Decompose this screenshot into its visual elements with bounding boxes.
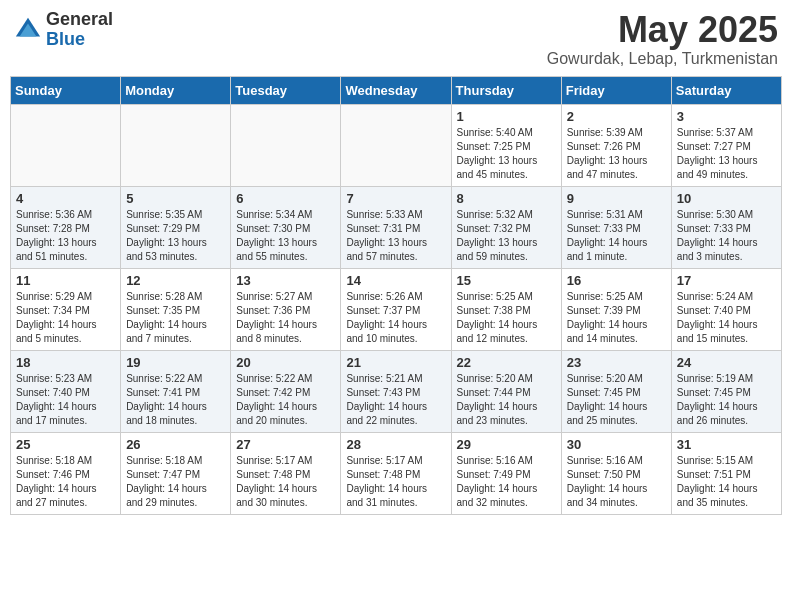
- cell-content: Sunrise: 5:30 AM Sunset: 7:33 PM Dayligh…: [677, 208, 777, 264]
- day-number: 26: [126, 437, 226, 452]
- calendar-cell: 17Sunrise: 5:24 AM Sunset: 7:40 PM Dayli…: [671, 268, 781, 350]
- cell-content: Sunrise: 5:18 AM Sunset: 7:47 PM Dayligh…: [126, 454, 226, 510]
- calendar-cell: 27Sunrise: 5:17 AM Sunset: 7:48 PM Dayli…: [231, 432, 341, 514]
- day-number: 1: [457, 109, 557, 124]
- day-of-week-header: Monday: [121, 76, 231, 104]
- day-number: 20: [236, 355, 336, 370]
- cell-content: Sunrise: 5:18 AM Sunset: 7:46 PM Dayligh…: [16, 454, 116, 510]
- cell-content: Sunrise: 5:15 AM Sunset: 7:51 PM Dayligh…: [677, 454, 777, 510]
- cell-content: Sunrise: 5:36 AM Sunset: 7:28 PM Dayligh…: [16, 208, 116, 264]
- cell-content: Sunrise: 5:16 AM Sunset: 7:49 PM Dayligh…: [457, 454, 557, 510]
- cell-content: Sunrise: 5:25 AM Sunset: 7:38 PM Dayligh…: [457, 290, 557, 346]
- day-number: 11: [16, 273, 116, 288]
- calendar-cell: 30Sunrise: 5:16 AM Sunset: 7:50 PM Dayli…: [561, 432, 671, 514]
- day-of-week-header: Thursday: [451, 76, 561, 104]
- cell-content: Sunrise: 5:19 AM Sunset: 7:45 PM Dayligh…: [677, 372, 777, 428]
- day-number: 12: [126, 273, 226, 288]
- day-number: 16: [567, 273, 667, 288]
- cell-content: Sunrise: 5:27 AM Sunset: 7:36 PM Dayligh…: [236, 290, 336, 346]
- day-number: 3: [677, 109, 777, 124]
- day-number: 5: [126, 191, 226, 206]
- day-of-week-header: Wednesday: [341, 76, 451, 104]
- day-number: 19: [126, 355, 226, 370]
- day-number: 21: [346, 355, 446, 370]
- calendar-cell: 1Sunrise: 5:40 AM Sunset: 7:25 PM Daylig…: [451, 104, 561, 186]
- logo-text: General Blue: [46, 10, 113, 50]
- cell-content: Sunrise: 5:17 AM Sunset: 7:48 PM Dayligh…: [236, 454, 336, 510]
- calendar-cell: 14Sunrise: 5:26 AM Sunset: 7:37 PM Dayli…: [341, 268, 451, 350]
- day-number: 10: [677, 191, 777, 206]
- day-number: 13: [236, 273, 336, 288]
- cell-content: Sunrise: 5:22 AM Sunset: 7:41 PM Dayligh…: [126, 372, 226, 428]
- calendar-cell: 29Sunrise: 5:16 AM Sunset: 7:49 PM Dayli…: [451, 432, 561, 514]
- calendar-cell: 19Sunrise: 5:22 AM Sunset: 7:41 PM Dayli…: [121, 350, 231, 432]
- day-number: 28: [346, 437, 446, 452]
- title-block: May 2025 Gowurdak, Lebap, Turkmenistan: [547, 10, 778, 68]
- day-number: 9: [567, 191, 667, 206]
- day-number: 29: [457, 437, 557, 452]
- day-of-week-header: Sunday: [11, 76, 121, 104]
- month-year: May 2025: [547, 10, 778, 50]
- calendar-cell: 7Sunrise: 5:33 AM Sunset: 7:31 PM Daylig…: [341, 186, 451, 268]
- logo-icon: [14, 16, 42, 44]
- day-number: 6: [236, 191, 336, 206]
- calendar-table: SundayMondayTuesdayWednesdayThursdayFrid…: [10, 76, 782, 515]
- location: Gowurdak, Lebap, Turkmenistan: [547, 50, 778, 68]
- cell-content: Sunrise: 5:22 AM Sunset: 7:42 PM Dayligh…: [236, 372, 336, 428]
- calendar-cell: 3Sunrise: 5:37 AM Sunset: 7:27 PM Daylig…: [671, 104, 781, 186]
- calendar-cell: 9Sunrise: 5:31 AM Sunset: 7:33 PM Daylig…: [561, 186, 671, 268]
- calendar-week-row: 1Sunrise: 5:40 AM Sunset: 7:25 PM Daylig…: [11, 104, 782, 186]
- cell-content: Sunrise: 5:16 AM Sunset: 7:50 PM Dayligh…: [567, 454, 667, 510]
- day-number: 8: [457, 191, 557, 206]
- day-of-week-header: Saturday: [671, 76, 781, 104]
- day-number: 14: [346, 273, 446, 288]
- logo-blue: Blue: [46, 30, 113, 50]
- cell-content: Sunrise: 5:20 AM Sunset: 7:45 PM Dayligh…: [567, 372, 667, 428]
- cell-content: Sunrise: 5:29 AM Sunset: 7:34 PM Dayligh…: [16, 290, 116, 346]
- calendar-week-row: 11Sunrise: 5:29 AM Sunset: 7:34 PM Dayli…: [11, 268, 782, 350]
- cell-content: Sunrise: 5:24 AM Sunset: 7:40 PM Dayligh…: [677, 290, 777, 346]
- calendar-cell: 24Sunrise: 5:19 AM Sunset: 7:45 PM Dayli…: [671, 350, 781, 432]
- calendar-week-row: 4Sunrise: 5:36 AM Sunset: 7:28 PM Daylig…: [11, 186, 782, 268]
- day-number: 15: [457, 273, 557, 288]
- calendar-cell: 28Sunrise: 5:17 AM Sunset: 7:48 PM Dayli…: [341, 432, 451, 514]
- day-number: 17: [677, 273, 777, 288]
- day-number: 4: [16, 191, 116, 206]
- calendar-cell: 18Sunrise: 5:23 AM Sunset: 7:40 PM Dayli…: [11, 350, 121, 432]
- day-number: 22: [457, 355, 557, 370]
- calendar-cell: [11, 104, 121, 186]
- calendar-cell: 4Sunrise: 5:36 AM Sunset: 7:28 PM Daylig…: [11, 186, 121, 268]
- cell-content: Sunrise: 5:34 AM Sunset: 7:30 PM Dayligh…: [236, 208, 336, 264]
- calendar-cell: [341, 104, 451, 186]
- calendar-cell: 12Sunrise: 5:28 AM Sunset: 7:35 PM Dayli…: [121, 268, 231, 350]
- cell-content: Sunrise: 5:37 AM Sunset: 7:27 PM Dayligh…: [677, 126, 777, 182]
- cell-content: Sunrise: 5:23 AM Sunset: 7:40 PM Dayligh…: [16, 372, 116, 428]
- calendar-week-row: 18Sunrise: 5:23 AM Sunset: 7:40 PM Dayli…: [11, 350, 782, 432]
- day-number: 2: [567, 109, 667, 124]
- calendar-cell: 20Sunrise: 5:22 AM Sunset: 7:42 PM Dayli…: [231, 350, 341, 432]
- cell-content: Sunrise: 5:39 AM Sunset: 7:26 PM Dayligh…: [567, 126, 667, 182]
- calendar-cell: [121, 104, 231, 186]
- logo-general: General: [46, 10, 113, 30]
- calendar-header-row: SundayMondayTuesdayWednesdayThursdayFrid…: [11, 76, 782, 104]
- calendar-cell: 16Sunrise: 5:25 AM Sunset: 7:39 PM Dayli…: [561, 268, 671, 350]
- day-number: 25: [16, 437, 116, 452]
- cell-content: Sunrise: 5:26 AM Sunset: 7:37 PM Dayligh…: [346, 290, 446, 346]
- cell-content: Sunrise: 5:33 AM Sunset: 7:31 PM Dayligh…: [346, 208, 446, 264]
- cell-content: Sunrise: 5:40 AM Sunset: 7:25 PM Dayligh…: [457, 126, 557, 182]
- calendar-cell: 6Sunrise: 5:34 AM Sunset: 7:30 PM Daylig…: [231, 186, 341, 268]
- logo: General Blue: [14, 10, 113, 50]
- cell-content: Sunrise: 5:31 AM Sunset: 7:33 PM Dayligh…: [567, 208, 667, 264]
- day-number: 27: [236, 437, 336, 452]
- calendar-cell: 11Sunrise: 5:29 AM Sunset: 7:34 PM Dayli…: [11, 268, 121, 350]
- cell-content: Sunrise: 5:20 AM Sunset: 7:44 PM Dayligh…: [457, 372, 557, 428]
- calendar-cell: 10Sunrise: 5:30 AM Sunset: 7:33 PM Dayli…: [671, 186, 781, 268]
- day-number: 31: [677, 437, 777, 452]
- calendar-cell: 5Sunrise: 5:35 AM Sunset: 7:29 PM Daylig…: [121, 186, 231, 268]
- calendar-cell: 2Sunrise: 5:39 AM Sunset: 7:26 PM Daylig…: [561, 104, 671, 186]
- cell-content: Sunrise: 5:21 AM Sunset: 7:43 PM Dayligh…: [346, 372, 446, 428]
- calendar-cell: 26Sunrise: 5:18 AM Sunset: 7:47 PM Dayli…: [121, 432, 231, 514]
- calendar-cell: 13Sunrise: 5:27 AM Sunset: 7:36 PM Dayli…: [231, 268, 341, 350]
- cell-content: Sunrise: 5:28 AM Sunset: 7:35 PM Dayligh…: [126, 290, 226, 346]
- day-of-week-header: Friday: [561, 76, 671, 104]
